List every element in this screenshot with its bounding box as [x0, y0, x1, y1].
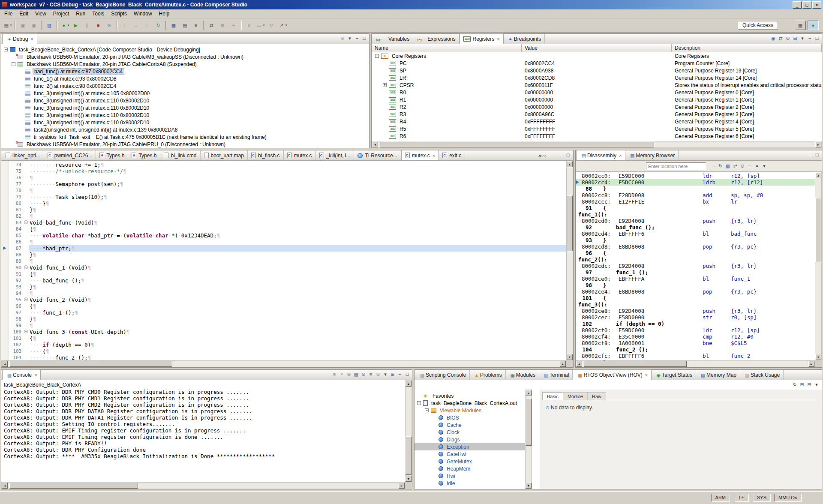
open-console[interactable]: ⊞	[389, 371, 396, 378]
scroll-thumb[interactable]	[9, 361, 172, 367]
profile-clock-button[interactable]: ⊙	[217, 20, 228, 30]
rov-tree-item-hwi[interactable]: Hwi	[415, 472, 532, 480]
target-console-button[interactable]: ▥	[44, 20, 54, 30]
code-line[interactable]: Void·bad_func·(Void)¶	[29, 219, 566, 226]
code-line[interactable]: Void·func_3·(const·UInt·depth)¶	[29, 329, 566, 335]
location-input[interactable]	[646, 162, 706, 170]
save-all-button[interactable]: ▣	[29, 20, 39, 30]
register-row-core-registers[interactable]: −Core RegistersCore Registers	[372, 52, 822, 60]
fold-marker[interactable]: −	[24, 265, 28, 269]
collapse-all[interactable]: ⊟	[792, 35, 799, 42]
scroll-thumb[interactable]	[380, 141, 654, 147]
restart-button[interactable]: ↻	[153, 20, 163, 30]
close-icon[interactable]: ×	[619, 153, 622, 158]
close-icon[interactable]: ×	[497, 36, 499, 42]
maximize-view[interactable]: □	[404, 371, 411, 378]
rov-tree-item-cache[interactable]: Cache	[415, 421, 532, 429]
terminate-console[interactable]: ■	[331, 371, 338, 378]
scroll-arrow[interactable]: ▼	[567, 354, 573, 360]
close-icon[interactable]: ×	[34, 372, 37, 378]
close-icon[interactable]: ×	[30, 36, 33, 42]
scroll-arrow[interactable]: ▲	[526, 390, 532, 396]
register-row-r3[interactable]: R30x8000A96CGeneral Purpose Register 3 […	[372, 111, 822, 118]
expand-expander-icon[interactable]: +	[383, 83, 387, 87]
memory-button[interactable]: ▤	[180, 20, 190, 30]
scroll-thumb[interactable]	[815, 198, 821, 262]
collapse-expander-icon[interactable]: −	[4, 48, 8, 51]
code-line[interactable]: ········/*·unlock·resource·*/¶	[29, 168, 566, 174]
horizontal-scrollbar[interactable]: ◄►	[1, 360, 566, 367]
code-line[interactable]: ¶	[29, 213, 566, 219]
scroll-arrow[interactable]: ▼	[815, 354, 821, 360]
editor-line-numbers[interactable]: 7475767778798081828384858687888990919293…	[9, 161, 24, 360]
scroll-arrow[interactable]: ▼	[526, 483, 532, 489]
column-header-description[interactable]: Description	[672, 44, 822, 52]
debug-button[interactable]: ●▾	[60, 20, 70, 30]
disassembly-row[interactable]: 98}	[576, 282, 815, 288]
dropdown-arrow-icon[interactable]: ▾	[68, 24, 69, 27]
code-line[interactable]: ¶	[29, 187, 566, 194]
editor-tab-kill-int-i[interactable]: _kill(int, i...	[316, 150, 354, 160]
editor-tab-mutex-c[interactable]: mutex.c	[284, 150, 316, 160]
disassembly-row[interactable]: 80002cd0:E92D4008push{r3, lr}	[576, 218, 815, 224]
minimize-view[interactable]: −	[557, 151, 564, 159]
disassembly-row[interactable]: func_2():	[576, 256, 815, 263]
close-icon[interactable]: ×	[433, 153, 435, 158]
debug-tree-item-ti-sysbios-knl-task-exit-e-at-task-c-475-0x80005b1c-next-frame-is-identical-to-an-existing-frame[interactable]: ti_sysbios_knl_Task_exit__E() at Task.c:…	[1, 133, 369, 141]
rov-tab-modules[interactable]: ▣Modules	[506, 370, 539, 380]
menu-view[interactable]: View	[32, 9, 50, 18]
registers-tab-variables[interactable]: Variables	[372, 34, 413, 44]
editor-tab-types-h[interactable]: Types.h	[96, 150, 128, 160]
rov-tab-rtos-object-view-rov[interactable]: ▦RTOS Object View (ROV)×	[573, 369, 652, 380]
save-button[interactable]: ▣	[18, 20, 28, 30]
editor-tab-pwmled-cc26[interactable]: pwmled_CC26...	[44, 150, 96, 160]
link-with-source[interactable]: ⇄	[732, 162, 739, 170]
disassembly-row[interactable]: 80002cc8:E28DD008addsp, sp, #8	[576, 192, 815, 198]
rov-tab-problems[interactable]: ▲Problems	[470, 370, 506, 380]
minimize-view[interactable]: −	[396, 371, 403, 378]
debug-tree-item-func-3-unsigned-int-at-mutex-c-110-0x80002d10[interactable]: func_3(unsigned int)() at mutex.c:110 0x…	[1, 104, 369, 111]
close-icon[interactable]: ×	[645, 372, 648, 378]
show-source[interactable]: ≡	[746, 162, 753, 170]
code-line[interactable]: {¶	[29, 335, 566, 342]
code-line[interactable]: {¶	[29, 271, 566, 277]
debug-tree-item-blackhawk-usb560-m-emulator-20-pin-jtag-cable-m3-wakeupss-disconnected-unknown[interactable]: Blackhawk USB560-M Emulator, 20-pin JTAG…	[1, 53, 369, 60]
scroll-thumb[interactable]	[405, 436, 412, 475]
dropdown-arrow-icon[interactable]: ▾	[285, 24, 287, 27]
ccs-edit-perspective-button[interactable]: ▦	[795, 21, 806, 30]
fold-marker[interactable]: −	[24, 297, 28, 301]
vertical-scrollbar[interactable]: ▲▼	[405, 380, 412, 482]
disassembly-row[interactable]: 80002cf8:1A000001bne$C$L5	[576, 340, 815, 346]
code-line[interactable]: ····if·(depth·==·0)¶	[29, 342, 566, 348]
source-editor[interactable]: 7475767778798081828384858687888990919293…	[1, 161, 573, 367]
dropdown-arrow-icon[interactable]: ▾	[10, 24, 12, 27]
code-line[interactable]: ¶	[29, 174, 566, 181]
code-line[interactable]: ¶	[29, 239, 566, 245]
debug-tree-item-task2-unsigned-int-unsigned-int-at-mutex-c-139-0x80002da8[interactable]: task2(unsigned int, unsigned int)() at m…	[1, 126, 369, 133]
horizontal-scrollbar[interactable]: ◄►	[576, 360, 815, 367]
remove-all-launches[interactable]: ⊗	[345, 371, 352, 378]
scroll-thumb[interactable]	[526, 399, 532, 446]
dropdown-arrow-icon[interactable]: ▾	[263, 24, 265, 27]
disassembly-row[interactable]: 80002cf0:E59DC000ldrr12, [sp]	[576, 327, 815, 333]
code-line[interactable]: Void·func_2·(Void)¶	[29, 297, 566, 303]
code-line[interactable]: ········resource·+=·1;¶	[29, 162, 566, 168]
rov-detail-tab-raw[interactable]: Raw	[588, 392, 606, 400]
register-row-r5[interactable]: R50xFFFFFFFFGeneral Purpose Register 5 […	[372, 125, 822, 132]
scroll-arrow[interactable]: ◄	[576, 361, 582, 367]
console-output[interactable]: CortexA8: Output: DDR PHY CMD0 Register …	[4, 389, 405, 482]
rov-tab-memory-map[interactable]: ▤Memory Map	[696, 370, 740, 380]
disassembly-row[interactable]: 80002ce4:E8BD8008pop{r3, pc}	[576, 288, 815, 295]
disassembly-row[interactable]: 80002cd8:E8BD8008pop{r3, pc}	[576, 243, 815, 250]
editor-tab-bl-flash-c[interactable]: bl_flash.c	[248, 150, 284, 160]
rov-tab-target-status[interactable]: ◉Target Status	[652, 370, 696, 380]
scroll-arrow[interactable]: ◄	[2, 483, 8, 489]
expand-all[interactable]: ⊞	[799, 381, 805, 389]
registers-tab-expressions[interactable]: Expressions	[413, 34, 459, 44]
editor-tab-bl-link-cmd[interactable]: bl_link.cmd	[160, 150, 200, 160]
register-row-r2[interactable]: R20x00000000General Purpose Register 2 […	[372, 103, 822, 111]
rov-tree-item-favorites[interactable]: Favorites	[415, 392, 532, 399]
code-line[interactable]: ····bad_func·();¶	[29, 277, 566, 284]
show-hidden-tabs-button[interactable]: »22	[538, 152, 546, 159]
disassembly-row[interactable]: 80002cc4:E5DCC000ldrbr12, [r12]	[576, 179, 815, 186]
